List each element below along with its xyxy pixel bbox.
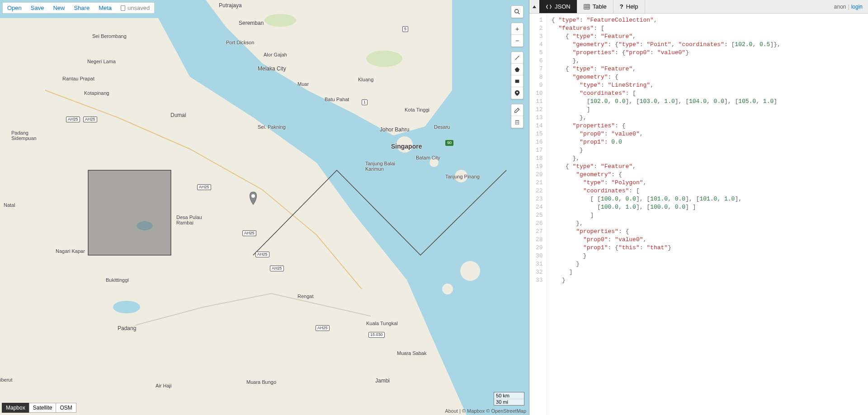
basemap-satellite[interactable]: Satellite <box>29 403 57 413</box>
place-label: Desa Pulau Rambai <box>176 214 202 225</box>
svg-point-6 <box>366 51 402 67</box>
svg-line-12 <box>518 13 520 14</box>
place-label: Singapore <box>391 143 422 150</box>
share-link[interactable]: Share <box>69 3 94 13</box>
basemap-osm[interactable]: OSM <box>56 403 76 413</box>
place-label: Bukittinggi <box>106 277 129 283</box>
draw-line-icon[interactable] <box>511 52 523 64</box>
road-shield: AH25 <box>316 325 330 331</box>
place-label: Nagari Kapar <box>56 248 85 254</box>
place-label: Port Dickson <box>226 40 254 45</box>
place-label: Kotapinang <box>84 90 109 96</box>
editor-panel: JSON Table ? Help anon | login 123456789… <box>529 0 868 415</box>
map-panel[interactable]: Putrajaya Seremban Port Dickson Alor Gaj… <box>0 0 529 415</box>
login-link[interactable]: login <box>851 4 863 10</box>
draw-marker-icon[interactable] <box>511 87 523 99</box>
place-label: Rengat <box>297 294 313 299</box>
save-link[interactable]: Save <box>26 3 49 13</box>
place-label: Muara Sabak <box>397 350 426 356</box>
zoom-in-button[interactable]: + <box>511 23 523 35</box>
map-canvas[interactable] <box>0 0 529 415</box>
line-gutter: 1234567891011121314151617181920212223242… <box>529 14 547 415</box>
place-label: Rantau Prapat <box>62 76 94 81</box>
road-shield: AH25 <box>270 266 284 271</box>
search-icon[interactable] <box>511 6 523 18</box>
road-shield: 15.030 <box>368 332 385 338</box>
code-content[interactable]: { "type": "FeatureCollection", "features… <box>547 14 785 415</box>
place-label: Seremban <box>239 20 264 26</box>
scale-mi: 30 mi <box>494 399 524 406</box>
road-shield: 5 <box>402 26 408 32</box>
table-icon <box>584 4 590 10</box>
place-label: Batu Pahat <box>325 97 349 102</box>
anon-label: anon <box>834 4 846 10</box>
editor-tabs: JSON Table ? Help anon | login <box>529 0 868 14</box>
help-icon: ? <box>620 3 623 10</box>
road-shield: AH25 <box>255 252 269 257</box>
mapbox-link[interactable]: © Mapbox <box>462 408 485 414</box>
scale-km: 50 km <box>494 392 524 399</box>
place-label: Air Haji <box>156 383 171 388</box>
place-label: Negeri Lama <box>87 59 116 64</box>
basemap-switch: Mapbox Satellite OSM <box>2 403 76 413</box>
road-shield: 1 <box>362 99 368 105</box>
file-menu: Open Save New Share Meta unsaved <box>2 2 155 14</box>
svg-point-10 <box>251 194 255 198</box>
draw-rectangle-icon[interactable] <box>511 75 523 87</box>
place-label: Alor Gajah <box>264 52 287 57</box>
svg-point-7 <box>264 14 296 27</box>
place-label: Muar <box>297 81 309 87</box>
svg-point-16 <box>516 92 518 93</box>
collapse-panel-icon[interactable] <box>529 0 539 13</box>
meta-link[interactable]: Meta <box>94 3 116 13</box>
place-label: Padang <box>118 325 136 331</box>
open-link[interactable]: Open <box>3 3 26 13</box>
basemap-mapbox[interactable]: Mapbox <box>2 403 29 413</box>
place-label: Tanjung Pinang <box>445 174 480 179</box>
place-label: Desaru <box>434 124 450 130</box>
place-label: Dumai <box>170 112 186 118</box>
svg-line-13 <box>515 56 519 60</box>
svg-marker-22 <box>533 5 536 8</box>
road-shield: AH25 <box>83 117 97 122</box>
map-attribution: About | © Mapbox © OpenStreetMap <box>445 408 526 414</box>
svg-rect-15 <box>515 79 519 83</box>
document-icon <box>121 5 125 11</box>
svg-marker-14 <box>515 67 520 72</box>
road-shield: AH25 <box>197 184 211 190</box>
osm-link[interactable]: © OpenStreetMap <box>486 408 526 414</box>
svg-point-4 <box>460 261 480 281</box>
place-label: Melaka City <box>258 65 286 72</box>
place-label: Sei. Pakning <box>258 124 286 130</box>
unsaved-indicator: unsaved <box>116 3 154 13</box>
place-label: iberut <box>0 377 13 382</box>
tab-table[interactable]: Table <box>577 0 613 13</box>
code-editor[interactable]: 1234567891011121314151617181920212223242… <box>529 14 868 415</box>
place-label: Putrajaya <box>219 2 242 9</box>
place-label: Jambi <box>375 378 390 384</box>
tab-json[interactable]: JSON <box>539 0 577 13</box>
place-label: Muara Bungo <box>246 379 276 385</box>
place-label: Sei Berombang <box>92 33 127 39</box>
draw-polygon-icon[interactable] <box>511 64 523 75</box>
place-label: Padang Sidempuan <box>11 130 37 141</box>
road-shield: 90 <box>445 140 453 146</box>
zoom-out-button[interactable]: − <box>511 35 523 47</box>
place-label: Natal <box>4 202 15 208</box>
road-shield: AH25 <box>66 117 80 122</box>
code-icon <box>546 4 552 10</box>
place-label: Kuala Tungkal <box>366 321 398 326</box>
svg-point-11 <box>515 9 519 13</box>
place-label: Johor Bahru <box>380 126 409 133</box>
place-label: Tanjung Balai Karimun <box>365 161 395 172</box>
place-label: Kota Tinggi <box>405 107 429 112</box>
about-link[interactable]: About <box>445 408 458 414</box>
tab-help[interactable]: ? Help <box>613 0 645 13</box>
feature-polygon[interactable] <box>88 170 171 255</box>
trash-icon[interactable] <box>511 116 523 128</box>
svg-point-5 <box>442 284 453 294</box>
place-label: Batam City <box>416 155 440 160</box>
svg-point-8 <box>113 301 140 313</box>
new-link[interactable]: New <box>48 3 69 13</box>
edit-icon[interactable] <box>511 104 523 116</box>
